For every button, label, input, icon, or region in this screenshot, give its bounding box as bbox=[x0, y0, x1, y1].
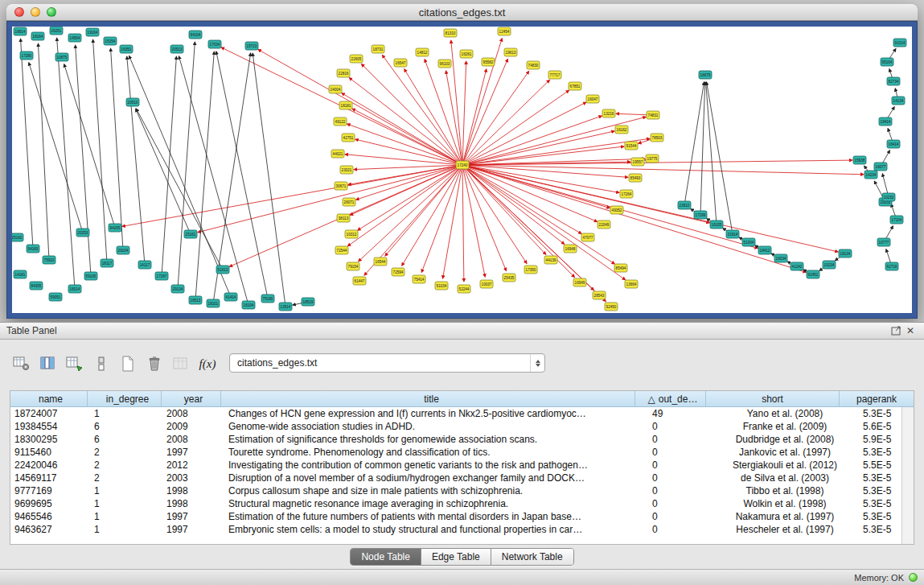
column-header-short[interactable]: short bbox=[706, 391, 840, 406]
graph-node[interactable]: 18164 bbox=[31, 32, 44, 40]
float-panel-icon[interactable] bbox=[889, 324, 903, 337]
column-header-pagerank[interactable]: pagerank bbox=[840, 391, 914, 406]
graph-node[interactable]: 41414 bbox=[224, 293, 237, 301]
create-column-icon[interactable] bbox=[64, 353, 85, 374]
graph-node[interactable]: 74830 bbox=[527, 61, 540, 69]
column-header-out-degree[interactable]: △ out_de… bbox=[635, 391, 706, 406]
graph-node[interactable]: 17299 bbox=[694, 211, 707, 219]
graph-node[interactable]: 16105 bbox=[710, 220, 723, 229]
table-row[interactable]: 1456911722003Disruption of a novel membe… bbox=[10, 472, 914, 484]
graph-node[interactable]: 17240 bbox=[456, 161, 469, 169]
function-builder-icon[interactable]: f(x) bbox=[197, 353, 218, 374]
graph-node[interactable]: 16414 bbox=[887, 140, 900, 148]
graph-node[interactable]: 10875 bbox=[55, 53, 68, 61]
graph-node[interactable]: 95104 bbox=[881, 58, 893, 66]
close-button[interactable] bbox=[14, 7, 24, 17]
column-header-year[interactable]: year bbox=[162, 391, 221, 406]
graph-node[interactable]: 85494 bbox=[614, 264, 627, 272]
import-table-icon[interactable] bbox=[170, 353, 191, 374]
graph-node[interactable]: 29104 bbox=[117, 246, 129, 254]
close-panel-icon[interactable]: ✕ bbox=[903, 324, 918, 337]
graph-node[interactable]: 14117 bbox=[138, 261, 151, 269]
graph-node[interactable]: 10234 bbox=[823, 261, 836, 269]
graph-node[interactable]: 81310 bbox=[444, 29, 457, 37]
graph-node[interactable]: 95582 bbox=[482, 58, 495, 66]
graph-node[interactable]: 25161 bbox=[184, 230, 197, 238]
graph-node[interactable]: 61447 bbox=[353, 277, 366, 285]
graph-node[interactable]: 20510 bbox=[126, 98, 139, 106]
graph-node[interactable]: 17350 bbox=[524, 266, 537, 274]
graph-node[interactable]: 14812 bbox=[416, 48, 429, 56]
graph-node[interactable]: 49352 bbox=[610, 206, 623, 214]
graph-node[interactable]: 16261 bbox=[460, 50, 473, 58]
graph-node[interactable]: 10777 bbox=[877, 238, 890, 246]
graph-node[interactable]: 14134 bbox=[892, 97, 905, 105]
graph-node[interactable]: 26071 bbox=[343, 198, 355, 206]
graph-node[interactable]: 23021 bbox=[340, 166, 353, 174]
table-row[interactable]: 911546021997Tourette syndrome. Phenomeno… bbox=[10, 446, 914, 459]
graph-node[interactable]: 13514 bbox=[279, 303, 292, 311]
graph-node[interactable]: 16077 bbox=[874, 163, 887, 171]
graph-node[interactable]: 18181 bbox=[339, 101, 352, 109]
graph-node[interactable]: 75190 bbox=[261, 295, 274, 303]
graph-node[interactable]: 16949 bbox=[573, 278, 586, 286]
row-selection-icon[interactable] bbox=[91, 353, 112, 374]
graph-node[interactable]: 13664 bbox=[625, 280, 638, 288]
graph-node[interactable]: 15723 bbox=[245, 42, 258, 50]
graph-node[interactable]: 16679 bbox=[699, 71, 712, 79]
graph-node[interactable]: 18519 bbox=[302, 298, 314, 306]
graph-node[interactable]: 75414 bbox=[413, 275, 425, 283]
graph-node[interactable]: 15254 bbox=[104, 37, 117, 45]
minimize-button[interactable] bbox=[31, 7, 40, 17]
window-titlebar[interactable]: citations_edges.txt bbox=[6, 4, 918, 21]
column-header-title[interactable]: title bbox=[221, 391, 635, 406]
graph-node[interactable]: 92451 bbox=[807, 270, 819, 278]
graph-node[interactable]: 26251 bbox=[50, 27, 63, 35]
graph-node[interactable]: 16814 bbox=[14, 27, 27, 35]
graph-node[interactable]: 44021 bbox=[331, 150, 344, 158]
graph-node[interactable]: 23910 bbox=[678, 201, 691, 209]
column-header-in-degree[interactable]: in_degree bbox=[88, 391, 162, 406]
new-table-icon[interactable] bbox=[117, 353, 138, 374]
graph-node[interactable]: 17297 bbox=[155, 272, 168, 280]
graph-node[interactable]: 91544 bbox=[625, 142, 638, 150]
graph-node[interactable]: 51613 bbox=[216, 266, 229, 274]
graph-node[interactable]: 72594 bbox=[392, 268, 405, 276]
graph-node[interactable]: 25160 bbox=[12, 233, 23, 241]
table-row[interactable]: 946554611997Estimation of the future num… bbox=[10, 510, 914, 523]
tab-edge-table[interactable]: Edge Table bbox=[421, 549, 491, 565]
graph-node[interactable]: 18731 bbox=[372, 45, 384, 53]
graph-node[interactable]: 12454 bbox=[498, 27, 511, 35]
graph-node[interactable]: 18117 bbox=[101, 259, 113, 267]
graph-node[interactable]: 74831 bbox=[647, 111, 659, 119]
graph-node[interactable]: 59105 bbox=[84, 272, 97, 280]
graph-node[interactable]: 16351 bbox=[120, 45, 133, 53]
table-source-dropdown[interactable]: citations_edges.txt bbox=[229, 353, 545, 373]
table-row[interactable]: 1872400712008Changes of HCN gene express… bbox=[10, 407, 914, 420]
graph-node[interactable]: 19775 bbox=[646, 154, 659, 163]
graph-node[interactable]: 19164 bbox=[86, 28, 99, 36]
graph-node[interactable]: 92450 bbox=[605, 303, 618, 311]
graph-node[interactable]: 14504 bbox=[68, 34, 81, 42]
graph-node[interactable]: 91034 bbox=[435, 282, 448, 290]
graph-node[interactable]: 82734 bbox=[887, 77, 900, 85]
graph-node[interactable]: 96103 bbox=[438, 60, 451, 68]
graph-node[interactable]: 22049 bbox=[598, 220, 610, 229]
graph-node[interactable]: 24004 bbox=[329, 85, 342, 93]
graph-node[interactable]: 94104 bbox=[189, 31, 202, 39]
graph-node[interactable]: 10312 bbox=[345, 230, 358, 238]
column-header-name[interactable]: name bbox=[10, 391, 88, 406]
network-canvas[interactable]: 1724022816240041818149122427514402123021… bbox=[12, 27, 912, 313]
graph-node[interactable]: 51004 bbox=[742, 238, 755, 246]
graph-node[interactable]: 42751 bbox=[342, 134, 355, 142]
table-mode-icon[interactable] bbox=[11, 353, 32, 374]
show-columns-icon[interactable] bbox=[38, 353, 59, 374]
table-row[interactable]: 977716911998Corpus callosum shape and si… bbox=[10, 484, 914, 497]
graph-node[interactable]: 16104 bbox=[242, 301, 255, 309]
graph-node[interactable]: 72544 bbox=[335, 246, 348, 254]
graph-node[interactable]: 77717 bbox=[548, 71, 561, 79]
graph-node[interactable]: 25435 bbox=[503, 274, 515, 282]
graph-node[interactable]: 44139 bbox=[544, 256, 557, 264]
delete-column-icon[interactable] bbox=[144, 353, 165, 374]
graph-node[interactable]: 19557 bbox=[631, 158, 644, 166]
